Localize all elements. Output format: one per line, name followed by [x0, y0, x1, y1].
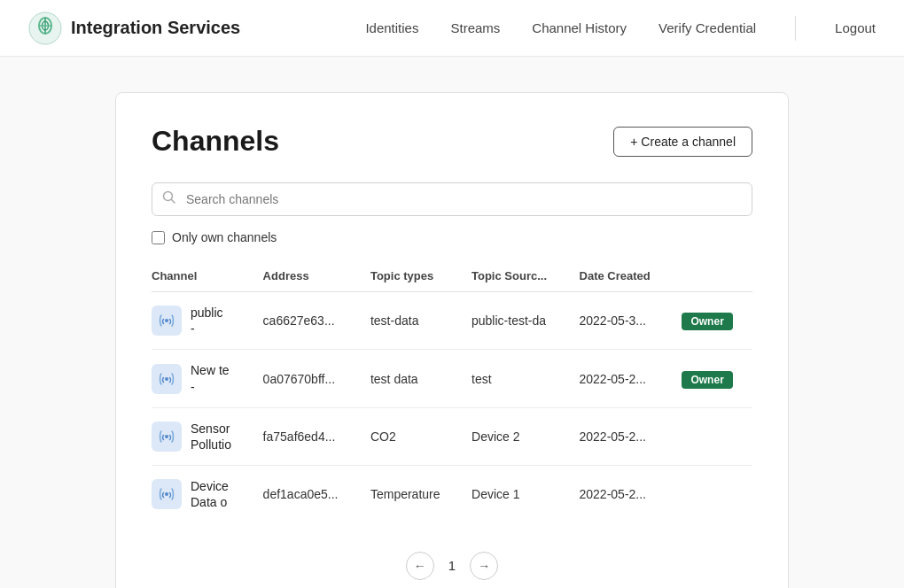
brand-name: Integration Services: [71, 18, 240, 38]
col-topic-source: Topic Sourc...: [463, 262, 571, 292]
svg-point-8: [165, 377, 168, 381]
table-header: Channel Address Topic types Topic Sourc.…: [152, 262, 752, 292]
brand: Integration Services: [28, 12, 240, 45]
channel-icon: [152, 306, 182, 336]
date-created-cell: 2022-05-2...: [571, 466, 674, 523]
svg-point-10: [165, 492, 168, 496]
brand-logo: [28, 12, 62, 45]
main-content: Channels + Create a channel Only own cha…: [0, 57, 904, 588]
channel-name: public-: [191, 305, 223, 337]
channel-icon: [152, 422, 182, 452]
address-cell: 0a07670bff...: [254, 350, 362, 407]
nav-divider: [795, 16, 796, 41]
date-created-cell: 2022-05-2...: [571, 407, 674, 465]
channel-name: DeviceData o: [191, 478, 229, 510]
nav-identities[interactable]: Identities: [365, 20, 418, 35]
badge-cell: [673, 407, 752, 465]
address-cell: def1aca0e5...: [254, 466, 362, 523]
search-input[interactable]: [152, 182, 752, 216]
channel-icon: [152, 364, 182, 394]
card-header: Channels + Create a channel: [152, 125, 752, 158]
topic-source-cell: Device 2: [463, 407, 571, 465]
own-channels-label[interactable]: Only own channels: [172, 230, 277, 244]
col-topic-types: Topic types: [362, 262, 463, 292]
address-cell: fa75af6ed4...: [254, 407, 362, 465]
topic-source-cell: Device 1: [463, 466, 571, 523]
svg-point-7: [165, 319, 168, 322]
channel-cell-1: New te-: [152, 350, 254, 407]
date-created-cell: 2022-05-2...: [571, 350, 674, 407]
channel-icon: [152, 479, 182, 509]
address-cell: ca6627e63...: [254, 292, 362, 350]
next-page-button[interactable]: →: [470, 552, 498, 580]
channel-cell-2: SensorPollutio: [152, 407, 254, 465]
table-body: public- ca6627e63...test-datapublic-test…: [152, 292, 752, 523]
create-channel-button[interactable]: + Create a channel: [613, 127, 752, 157]
topic-types-cell: CO2: [362, 407, 463, 465]
col-date-created: Date Created: [571, 262, 674, 292]
topic-types-cell: Temperature: [362, 466, 463, 523]
own-channels-filter: Only own channels: [152, 230, 752, 244]
owner-badge: Owner: [682, 371, 732, 389]
page-title: Channels: [152, 125, 279, 158]
channels-table: Channel Address Topic types Topic Sourc.…: [152, 262, 752, 523]
channel-name: SensorPollutio: [191, 421, 231, 453]
own-channels-checkbox[interactable]: [152, 231, 165, 244]
table-row[interactable]: DeviceData o def1aca0e5...TemperatureDev…: [152, 466, 752, 523]
col-badge: [673, 262, 752, 292]
prev-icon: ←: [414, 559, 426, 573]
col-address: Address: [254, 262, 362, 292]
current-page: 1: [448, 558, 456, 573]
channel-cell-0: public-: [152, 292, 254, 350]
badge-cell: Owner: [673, 292, 752, 350]
search-wrapper: [152, 182, 752, 216]
channel-name: New te-: [191, 362, 230, 394]
channels-card: Channels + Create a channel Only own cha…: [115, 92, 789, 588]
prev-page-button[interactable]: ←: [406, 552, 434, 580]
table-row[interactable]: SensorPollutio fa75af6ed4...CO2Device 22…: [152, 407, 752, 465]
nav-streams[interactable]: Streams: [450, 20, 500, 35]
topic-source-cell: public-test-da: [463, 292, 571, 350]
table-row[interactable]: New te- 0a07670bff...test datatest2022-0…: [152, 350, 752, 407]
logout-button[interactable]: Logout: [835, 20, 876, 35]
navbar: Integration Services Identities Streams …: [0, 0, 904, 57]
topic-source-cell: test: [463, 350, 571, 407]
table-row[interactable]: public- ca6627e63...test-datapublic-test…: [152, 292, 752, 350]
next-icon: →: [478, 559, 490, 573]
topic-types-cell: test-data: [362, 292, 463, 350]
channel-cell-3: DeviceData o: [152, 466, 254, 523]
badge-cell: [673, 466, 752, 523]
nav-verify-credential[interactable]: Verify Credential: [659, 20, 756, 35]
owner-badge: Owner: [682, 313, 732, 330]
nav-links: Identities Streams Channel History Verif…: [365, 16, 876, 41]
topic-types-cell: test data: [362, 350, 463, 407]
col-channel: Channel: [152, 262, 254, 292]
pagination: ← 1 →: [152, 552, 752, 580]
date-created-cell: 2022-05-3...: [571, 292, 674, 350]
nav-channel-history[interactable]: Channel History: [532, 20, 627, 35]
svg-point-9: [165, 435, 168, 438]
badge-cell: Owner: [673, 350, 752, 407]
